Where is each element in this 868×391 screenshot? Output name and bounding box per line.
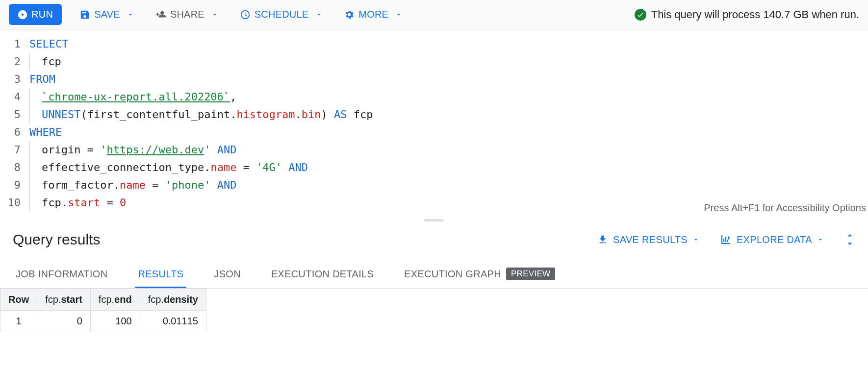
line-number: 10 bbox=[6, 194, 21, 212]
caret-down-icon bbox=[315, 11, 322, 18]
column-header: fcp.start bbox=[37, 289, 91, 311]
code-line[interactable]: `chrome-ux-report.all.202206`, bbox=[29, 88, 868, 106]
results-title: Query results bbox=[13, 231, 100, 248]
table-cell: 1 bbox=[0, 311, 37, 332]
line-number: 5 bbox=[6, 106, 21, 123]
expand-collapse-toggle[interactable] bbox=[844, 233, 855, 246]
more-button[interactable]: MORE bbox=[340, 7, 406, 22]
line-number: 4 bbox=[6, 88, 21, 106]
code-line[interactable]: FROM bbox=[29, 71, 868, 88]
explore-data-label: EXPLORE DATA bbox=[737, 234, 812, 245]
save-results-button[interactable]: SAVE RESULTS bbox=[597, 234, 699, 245]
caret-down-icon bbox=[127, 11, 134, 18]
table-row: 101000.01115 bbox=[0, 311, 206, 332]
share-label: SHARE bbox=[170, 9, 204, 20]
schedule-label: SCHEDULE bbox=[255, 9, 309, 20]
preview-badge: PREVIEW bbox=[506, 268, 556, 280]
code-line[interactable]: origin = 'https://web.dev' AND bbox=[29, 141, 868, 159]
download-icon bbox=[597, 234, 608, 245]
caret-down-icon bbox=[692, 236, 699, 243]
code-line[interactable]: effective_connection_type.name = '4G' AN… bbox=[29, 159, 868, 176]
line-number: 7 bbox=[6, 141, 21, 159]
tab-job-information[interactable]: JOB INFORMATION bbox=[13, 262, 110, 288]
line-number: 2 bbox=[6, 53, 21, 71]
save-button[interactable]: SAVE bbox=[76, 7, 138, 22]
column-header: fcp.end bbox=[90, 289, 140, 311]
accessibility-hint: Press Alt+F1 for Accessibility Options bbox=[704, 199, 866, 217]
tab-execution-details[interactable]: EXECUTION DETAILS bbox=[268, 262, 377, 288]
line-number: 3 bbox=[6, 71, 21, 88]
query-status: This query will process 140.7 GB when ru… bbox=[635, 8, 859, 21]
code-line[interactable]: fcp bbox=[29, 53, 868, 71]
query-toolbar: RUN SAVE SHARE SCHEDULE MORE This query … bbox=[0, 0, 868, 29]
check-circle-icon bbox=[635, 9, 646, 21]
results-header: Query results SAVE RESULTS EXPLORE DATA bbox=[0, 222, 868, 261]
caret-down-icon bbox=[395, 11, 402, 18]
play-circle-icon bbox=[18, 10, 27, 20]
code-line[interactable]: SELECT bbox=[29, 35, 868, 53]
chart-icon bbox=[720, 234, 732, 245]
results-tabs: JOB INFORMATION RESULTS JSON EXECUTION D… bbox=[0, 261, 868, 289]
status-text: This query will process 140.7 GB when ru… bbox=[651, 8, 859, 21]
tab-json[interactable]: JSON bbox=[211, 262, 244, 288]
code-line[interactable]: UNNEST(first_contentful_paint.histogram.… bbox=[29, 106, 868, 123]
gear-icon bbox=[344, 9, 355, 20]
more-label: MORE bbox=[358, 9, 388, 20]
column-header: fcp.density bbox=[140, 289, 206, 311]
line-gutter: 12345678910 bbox=[0, 29, 29, 218]
run-button[interactable]: RUN bbox=[9, 4, 62, 25]
caret-down-icon bbox=[211, 11, 218, 18]
line-number: 9 bbox=[6, 176, 21, 194]
line-number: 6 bbox=[6, 123, 21, 141]
share-button[interactable]: SHARE bbox=[152, 7, 222, 22]
line-number: 8 bbox=[6, 159, 21, 176]
pane-resize-handle[interactable] bbox=[0, 218, 868, 222]
unfold-icon bbox=[844, 233, 855, 246]
explore-data-button[interactable]: EXPLORE DATA bbox=[720, 234, 824, 245]
save-icon bbox=[79, 9, 90, 20]
table-cell: 100 bbox=[90, 311, 140, 332]
column-header: Row bbox=[0, 289, 37, 311]
caret-down-icon bbox=[817, 236, 824, 243]
results-table: Rowfcp.startfcp.endfcp.density101000.011… bbox=[0, 289, 206, 332]
schedule-icon bbox=[240, 9, 251, 20]
code-line[interactable]: form_factor.name = 'phone' AND bbox=[29, 176, 868, 194]
table-cell: 0 bbox=[37, 311, 91, 332]
save-label: SAVE bbox=[94, 9, 120, 20]
table-cell: 0.01115 bbox=[140, 311, 206, 332]
line-number: 1 bbox=[6, 35, 21, 53]
tab-execution-graph[interactable]: EXECUTION GRAPH PREVIEW bbox=[401, 261, 558, 289]
code-line[interactable]: WHERE bbox=[29, 123, 868, 141]
tab-results[interactable]: RESULTS bbox=[135, 262, 186, 288]
sql-editor[interactable]: 12345678910 SELECTfcpFROM`chrome-ux-repo… bbox=[0, 29, 868, 218]
run-label: RUN bbox=[31, 9, 53, 20]
schedule-button[interactable]: SCHEDULE bbox=[236, 7, 327, 22]
save-results-label: SAVE RESULTS bbox=[613, 234, 688, 245]
person-add-icon bbox=[155, 9, 166, 20]
code-area[interactable]: SELECTfcpFROM`chrome-ux-report.all.20220… bbox=[29, 29, 868, 218]
